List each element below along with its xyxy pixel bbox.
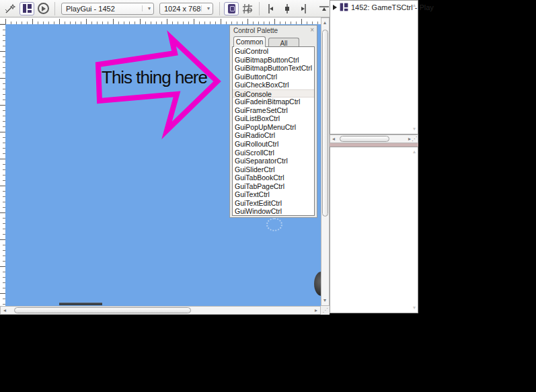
gui-selector-dropdown[interactable]: PlayGui - 1452 ▾: [61, 3, 154, 15]
horizontal-scroll-thumb[interactable]: [14, 307, 191, 313]
split-pane-icon[interactable]: [20, 2, 34, 15]
scroll-left-icon[interactable]: ◂: [3, 308, 6, 313]
tab-common[interactable]: Common: [233, 36, 266, 47]
list-item[interactable]: GuiTextEditCtrl: [233, 199, 314, 208]
list-item[interactable]: GuiBitmapButtonCtrl: [233, 56, 314, 65]
control-list: GuiControl GuiBitmapButtonCtrl GuiBitmap…: [232, 46, 315, 216]
resolution-value: 1024 x 768: [164, 5, 200, 13]
list-item[interactable]: GuiWindowCtrl: [233, 207, 314, 216]
tree-item-root[interactable]: 1452: GameTSCtrl - Play: [333, 3, 434, 11]
control-palette-window[interactable]: Control Palette × Common All GuiControl …: [229, 25, 317, 218]
toolbar: PlayGui - 1452 ▾ 1024 x 768 ▾: [0, 0, 330, 17]
canvas-horizontal-scrollbar[interactable]: ◂ ▸: [0, 306, 321, 315]
list-item[interactable]: GuiButtonCtrl: [233, 73, 314, 81]
list-item[interactable]: GuiScrollCtrl: [233, 149, 314, 157]
toolbar-separator: [219, 2, 220, 15]
scroll-down-icon[interactable]: ▾: [413, 126, 416, 132]
list-item[interactable]: GuiListBoxCtrl: [233, 114, 314, 123]
scroll-up-icon[interactable]: ▴: [413, 149, 416, 155]
horizontal-ruler: [5, 17, 321, 24]
list-item[interactable]: GuiRolloutCtrl: [233, 140, 314, 149]
list-item[interactable]: GuiCheckBoxCtrl: [233, 81, 314, 89]
canvas-vertical-scrollbar[interactable]: ▴ ▾: [321, 17, 330, 306]
chevron-down-icon: ▾: [201, 5, 210, 11]
play-icon[interactable]: [36, 2, 50, 15]
chevron-down-icon: ▾: [142, 5, 151, 11]
split-pane-icon: [340, 3, 348, 11]
list-item-highlighted[interactable]: GuiConsole: [233, 89, 314, 98]
tree-scroll-thumb[interactable]: [340, 136, 389, 142]
toolbar-separator: [259, 2, 260, 15]
toolbar-separator: [54, 2, 55, 15]
align-right-icon[interactable]: [296, 2, 311, 15]
annotation-text: This thing here: [102, 67, 207, 88]
wand-icon[interactable]: [3, 2, 18, 15]
vertical-scroll-thumb[interactable]: [322, 30, 328, 217]
list-item[interactable]: GuiPopUpMenuCtrl: [233, 123, 314, 132]
gui-selector-value: PlayGui - 1452: [66, 5, 115, 13]
tree-item-label: 1452: GameTSCtrl - Play: [351, 3, 434, 11]
palette-book-icon[interactable]: [224, 2, 239, 15]
scroll-up-icon[interactable]: ▴: [413, 3, 416, 8]
scroll-down-icon[interactable]: ▾: [413, 305, 416, 311]
list-item[interactable]: GuiTabPageCtrl: [233, 182, 314, 191]
list-item[interactable]: GuiTextCtrl: [233, 190, 314, 199]
resolution-dropdown[interactable]: 1024 x 768 ▾: [159, 3, 213, 15]
tab-all[interactable]: All: [268, 38, 299, 47]
resize-grip: ⋰: [412, 136, 417, 142]
list-item[interactable]: GuiFrameSetCtrl: [233, 106, 314, 115]
tree-horizontal-scrollbar[interactable]: ◂ ▸ ⋰: [330, 134, 418, 143]
ghost-circle-decoration: [266, 218, 282, 231]
palette-tabs: Common All: [233, 36, 299, 47]
scroll-left-icon[interactable]: ◂: [332, 136, 335, 142]
gui-tree-panel: 1452: GameTSCtrl - Play ▴ ▾: [330, 0, 418, 134]
inspector-panel: ▴ ▾: [330, 147, 418, 313]
list-item[interactable]: GuiFadeinBitmapCtrl: [233, 97, 314, 106]
dark-bar-object: [59, 303, 102, 305]
app-root: PlayGui - 1452 ▾ 1024 x 768 ▾: [0, 0, 536, 392]
scroll-down-icon[interactable]: ▾: [323, 298, 326, 303]
align-center-v-icon[interactable]: [280, 2, 295, 15]
scroll-right-icon[interactable]: ▸: [315, 308, 317, 313]
vertical-ruler: [0, 24, 5, 306]
control-palette-title: Control Palette: [233, 27, 278, 34]
snap-grid-icon[interactable]: [240, 2, 255, 15]
list-item[interactable]: GuiBitmapButtonTextCtrl: [233, 64, 314, 73]
list-item[interactable]: GuiTabBookCtrl: [233, 173, 314, 182]
close-icon[interactable]: ×: [310, 26, 314, 34]
expander-triangle-icon[interactable]: [333, 5, 337, 10]
ruler-corner: [0, 17, 5, 24]
align-left-icon[interactable]: [264, 2, 278, 15]
list-item[interactable]: GuiSeparatorCtrl: [233, 157, 314, 165]
list-item[interactable]: GuiControl: [233, 47, 314, 56]
scroll-up-icon[interactable]: ▴: [323, 20, 326, 26]
resize-grip: ⋰: [321, 306, 330, 315]
scroll-right-icon[interactable]: ▸: [408, 136, 411, 142]
list-item[interactable]: GuiRadioCtrl: [233, 131, 314, 140]
list-item[interactable]: GuiSliderCtrl: [233, 165, 314, 174]
